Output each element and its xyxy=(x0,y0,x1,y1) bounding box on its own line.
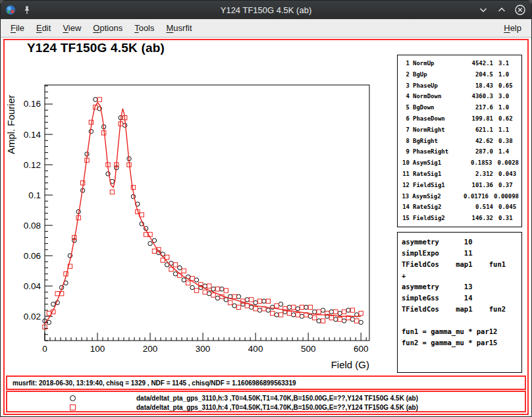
svg-text:500: 500 xyxy=(301,344,316,354)
theory-box[interactable]: asymmetry 10simplExpo 11TFieldCos map1 f… xyxy=(397,232,522,373)
theory-line: fun2 = gamma_mu * par15 xyxy=(402,337,518,348)
fit-info-text: musrfit: 2018-06-30, 13:19:40, chisq = 1… xyxy=(13,379,296,387)
svg-text:300: 300 xyxy=(196,344,211,354)
app-window: Y124 TF150G 4.5K (ab) FileEditViewOption… xyxy=(0,0,532,417)
root-canvas: Y124 TF150G 4.5K (ab) 010020030040050060… xyxy=(1,38,531,416)
svg-text:200: 200 xyxy=(143,344,158,354)
fit-info-strip: musrfit: 2018-06-30, 13:19:40, chisq = 1… xyxy=(6,375,526,390)
param-row: 1NormUp4542.13.1 xyxy=(400,58,519,69)
menubar-items: FileEditViewOptionsToolsMusrfit xyxy=(5,20,198,36)
close-button[interactable] xyxy=(514,4,526,16)
param-row: 12FieldSig1101.360.37 xyxy=(400,180,519,191)
svg-text:0: 0 xyxy=(42,344,47,354)
legend-text: data/deltat_pta_gps_3110,h:3 ,T0=4.50K,T… xyxy=(136,395,418,402)
svg-text:0.08: 0.08 xyxy=(24,221,41,231)
theory-line: TFieldCos map1 fun1 xyxy=(402,259,518,270)
minimize-button[interactable] xyxy=(477,4,489,16)
svg-text:0.06: 0.06 xyxy=(24,251,41,261)
svg-text:0.14: 0.14 xyxy=(24,130,41,140)
svg-text:100: 100 xyxy=(90,344,105,354)
param-row: 15FieldSig2146.320.31 xyxy=(400,213,519,224)
window-title: Y124 TF150G 4.5K (ab) xyxy=(1,5,531,15)
menu-options[interactable]: Options xyxy=(87,20,128,36)
maximize-button[interactable] xyxy=(496,4,508,16)
svg-text:0.02: 0.02 xyxy=(24,312,41,321)
svg-text:400: 400 xyxy=(248,344,263,354)
circle-marker-icon xyxy=(70,395,76,401)
param-row: 14RateSig20.5140.045 xyxy=(400,202,519,213)
param-row: 2BgUp204.51.0 xyxy=(400,69,519,80)
theory-line: simpleGss 14 xyxy=(402,292,518,304)
legend-row: data/deltat_pta_gps_3110,h:3 ,T0=4.50K,T… xyxy=(7,393,525,403)
theory-line: TFieldCos map1 fun2 xyxy=(402,304,518,315)
theory-line: simplExpo 11 xyxy=(402,248,518,259)
titlebar: Y124 TF150G 4.5K (ab) xyxy=(1,1,531,19)
menu-tools[interactable]: Tools xyxy=(128,20,160,36)
app-icon[interactable] xyxy=(5,4,16,16)
svg-text:0.04: 0.04 xyxy=(24,281,41,291)
theory-line: fun1 = gamma_mu * par12 xyxy=(402,326,518,337)
pin-icon[interactable] xyxy=(21,4,33,16)
param-row: 3PhaseUp18.430.65 xyxy=(400,80,519,92)
legend-strip: data/deltat_pta_gps_3110,h:3 ,T0=4.50K,T… xyxy=(6,391,526,412)
menu-musrfit[interactable]: Musrfit xyxy=(161,20,198,36)
svg-text:600: 600 xyxy=(354,344,369,354)
main-pad: Y124 TF150G 4.5K (ab) 010020030040050060… xyxy=(3,39,529,415)
param-row: 13AsymSig20.017160.00098 xyxy=(400,191,519,202)
menu-view[interactable]: View xyxy=(57,20,87,36)
svg-text:Ampl. Fourier: Ampl. Fourier xyxy=(5,95,16,154)
plot-svg[interactable]: 01002003004005006000.020.040.060.080.10.… xyxy=(5,40,400,379)
param-box[interactable]: 1NormUp4542.13.12BgUp204.51.03PhaseUp18.… xyxy=(397,55,522,227)
param-row: 7NormRight621.11.1 xyxy=(400,125,519,136)
param-row: 11RateSig12.3120.043 xyxy=(400,169,519,180)
param-row: 5BgDown217.61.0 xyxy=(400,102,519,113)
menu-file[interactable]: File xyxy=(5,20,30,36)
legend-text: data/deltat_pta_gps_3110,h:4 ,T0=4.50K,T… xyxy=(136,404,418,411)
theory-line xyxy=(402,315,518,326)
svg-text:Field (G): Field (G) xyxy=(331,359,369,370)
theory-line: asymmetry 10 xyxy=(402,236,518,248)
param-row: 4NormDown4360.33.0 xyxy=(400,91,519,102)
param-row: 9PhaseRight287.01.4 xyxy=(400,146,519,157)
menubar: FileEditViewOptionsToolsMusrfit Help xyxy=(1,19,531,38)
menu-edit[interactable]: Edit xyxy=(30,20,57,36)
param-row: 10AsymSig10.18530.0028 xyxy=(400,157,519,169)
theory-line: + xyxy=(402,270,518,281)
param-row: 8BgRight42.620.38 xyxy=(400,136,519,147)
param-row: 6PhaseDown199.810.62 xyxy=(400,113,519,125)
legend-row: data/deltat_pta_gps_3110,h:4 ,T0=4.50K,T… xyxy=(7,403,525,412)
square-marker-icon xyxy=(70,404,76,410)
svg-text:0.12: 0.12 xyxy=(24,160,41,170)
menu-help[interactable]: Help xyxy=(498,20,527,36)
svg-text:0.1: 0.1 xyxy=(28,190,41,200)
theory-line: asymmetry 13 xyxy=(402,281,518,292)
svg-text:0.16: 0.16 xyxy=(24,99,41,109)
